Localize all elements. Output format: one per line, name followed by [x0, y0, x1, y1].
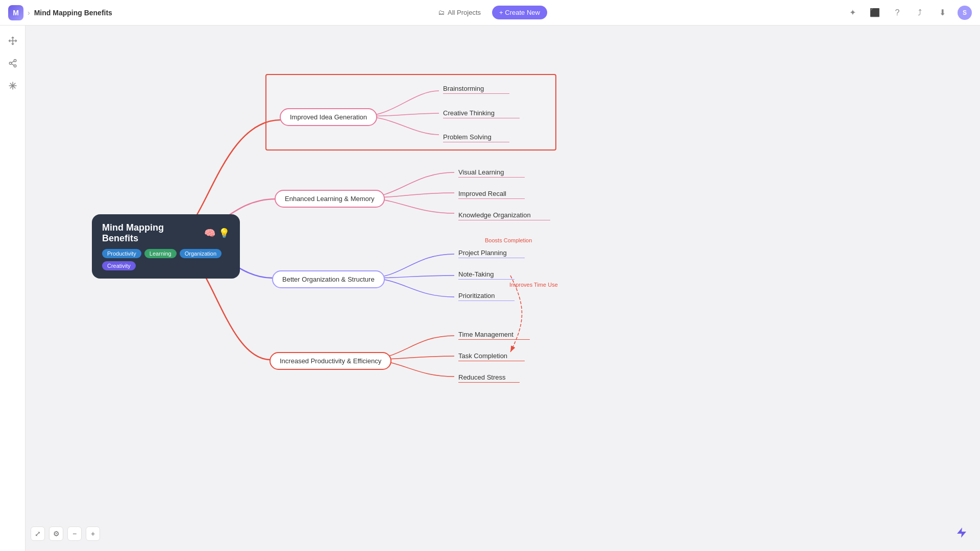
leaf-note-taking[interactable]: Note-Taking	[454, 268, 519, 282]
svg-line-5	[11, 64, 14, 65]
leaf-problem-solving[interactable]: Problem Solving	[439, 131, 513, 144]
zoom-in-button[interactable]: +	[86, 527, 100, 541]
branch-productivity[interactable]: Increased Productivity & Efficiency	[270, 352, 391, 370]
leaf-time-text: Time Management	[458, 331, 513, 338]
help-icon[interactable]: ?	[890, 6, 904, 20]
leaf-priority-text: Prioritization	[458, 292, 495, 299]
annotation-boosts-text: Boosts Completion	[485, 237, 532, 243]
leaf-brainstorming[interactable]: Brainstorming	[439, 83, 513, 96]
root-node-tags: Productivity Learning Organization Creat…	[102, 249, 230, 270]
tag-learning: Learning	[144, 249, 177, 258]
branch-productivity-label: Increased Productivity & Efficiency	[280, 357, 381, 365]
svg-point-3	[9, 62, 12, 65]
leaf-visual-learning[interactable]: Visual Learning	[454, 166, 529, 180]
branch-learning[interactable]: Enhanced Learning & Memory	[275, 190, 385, 208]
leaf-prioritization[interactable]: Prioritization	[454, 290, 519, 303]
all-projects-label: All Projects	[448, 9, 481, 16]
branch-idea-label: Improved Idea Generation	[290, 113, 367, 121]
leaf-project-text: Project Planning	[458, 249, 507, 257]
root-node-title: Mind Mapping Benefits 🧠 💡	[102, 222, 230, 244]
header: M › Mind Mapping Benefits 🗂 All Projects…	[0, 0, 980, 26]
create-new-button[interactable]: + Create New	[492, 6, 547, 19]
share-tool-icon[interactable]	[6, 56, 20, 70]
leaf-knowledge-text: Knowledge Organization	[458, 211, 531, 219]
user-avatar[interactable]: S	[958, 6, 972, 20]
branch-learning-label: Enhanced Learning & Memory	[285, 195, 375, 203]
download-icon[interactable]: ⬇	[935, 6, 949, 20]
root-node[interactable]: Mind Mapping Benefits 🧠 💡 Productivity L…	[92, 214, 240, 279]
move-tool-icon[interactable]	[6, 34, 20, 48]
folder-icon: 🗂	[438, 9, 445, 16]
document-title: Mind Mapping Benefits	[34, 9, 112, 17]
settings-button[interactable]: ⚙	[49, 527, 63, 541]
svg-point-2	[14, 60, 16, 62]
leaf-recall-text: Improved Recall	[458, 190, 506, 197]
annotation-improves: Improves Time Use	[509, 282, 558, 288]
bottom-toolbar: ⤢ ⚙ − +	[31, 527, 100, 541]
app-logo[interactable]: M	[8, 5, 23, 20]
branch-organization[interactable]: Better Organization & Structure	[272, 270, 385, 288]
branch-idea-generation[interactable]: Improved Idea Generation	[280, 108, 377, 126]
tag-productivity: Productivity	[102, 249, 141, 258]
lightning-button[interactable]	[951, 522, 972, 543]
mind-map-canvas: Mind Mapping Benefits 🧠 💡 Productivity L…	[26, 26, 980, 551]
share-icon[interactable]: ⤴	[913, 6, 927, 20]
tag-organization: Organization	[180, 249, 222, 258]
left-sidebar	[0, 26, 26, 551]
svg-point-4	[14, 65, 16, 67]
all-projects-button[interactable]: 🗂 All Projects	[433, 6, 486, 19]
leaf-time-management[interactable]: Time Management	[454, 329, 534, 342]
leaf-brainstorming-text: Brainstorming	[443, 85, 484, 92]
leaf-reduced-stress[interactable]: Reduced Stress	[454, 371, 524, 385]
leaf-project-planning[interactable]: Project Planning	[454, 247, 529, 260]
create-new-label: + Create New	[499, 9, 540, 16]
leaf-creative-thinking[interactable]: Creative Thinking	[439, 107, 524, 120]
zoom-out-button[interactable]: −	[67, 527, 82, 541]
asterisk-tool-icon[interactable]	[6, 79, 20, 93]
annotation-improves-text: Improves Time Use	[509, 282, 558, 288]
bulb-emoji: 💡	[218, 228, 230, 239]
export-icon[interactable]: ⬛	[868, 6, 882, 20]
leaf-task-completion[interactable]: Task Completion	[454, 350, 529, 363]
root-node-text: Mind Mapping Benefits	[102, 222, 201, 244]
header-right-icons: ✦ ⬛ ? ⤴ ⬇ S	[845, 6, 972, 20]
tag-creativity: Creativity	[102, 261, 136, 270]
leaf-visual-text: Visual Learning	[458, 168, 504, 176]
leaf-stress-text: Reduced Stress	[458, 373, 506, 381]
breadcrumb-chevron: ›	[28, 9, 30, 17]
leaf-problem-text: Problem Solving	[443, 133, 492, 141]
branch-org-label: Better Organization & Structure	[282, 276, 375, 283]
brain-emoji: 🧠	[204, 228, 215, 239]
leaf-improved-recall[interactable]: Improved Recall	[454, 188, 529, 201]
avatar-letter: S	[963, 9, 967, 16]
leaf-note-text: Note-Taking	[458, 270, 494, 278]
leaf-task-text: Task Completion	[458, 352, 507, 360]
leaf-creative-text: Creative Thinking	[443, 109, 495, 117]
sparkle-icon[interactable]: ✦	[845, 6, 860, 20]
logo-letter: M	[13, 9, 19, 17]
header-center: 🗂 All Projects + Create New	[433, 6, 547, 19]
leaf-knowledge-org[interactable]: Knowledge Organization	[454, 209, 554, 222]
expand-button[interactable]: ⤢	[31, 527, 45, 541]
annotation-boosts: Boosts Completion	[485, 237, 532, 243]
svg-line-6	[11, 61, 14, 63]
